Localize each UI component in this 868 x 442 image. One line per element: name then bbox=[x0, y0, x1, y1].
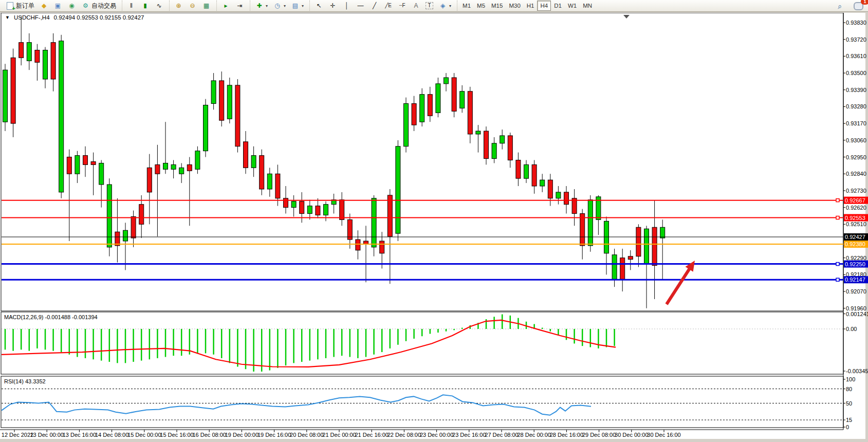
indicators-button[interactable]: ✚▾ bbox=[252, 0, 270, 11]
metaeditor-icon: ◆ bbox=[40, 2, 48, 10]
bar-chart-button[interactable]: ‖ bbox=[124, 0, 138, 11]
auto-scroll-icon: ▸ bbox=[221, 2, 230, 10]
autotrading-button[interactable]: ⚙ 自动交易 bbox=[79, 0, 119, 11]
auto-scroll-button[interactable]: ▸ bbox=[219, 0, 233, 11]
svg-text:80: 80 bbox=[846, 386, 852, 392]
chevron-down-icon: ▾ bbox=[449, 4, 451, 8]
time-tick: 21 Dec 16:00 bbox=[355, 432, 388, 438]
chevron-down-icon: ▾ bbox=[302, 4, 304, 8]
market-watch-button[interactable]: ◉ bbox=[65, 0, 79, 11]
line-chart-button[interactable]: ∿ bbox=[152, 0, 166, 11]
templates-button[interactable]: ▤▾ bbox=[288, 0, 306, 11]
time-tick: 30 Dec 00:00 bbox=[615, 432, 648, 438]
price-tick: 0.93830 bbox=[846, 20, 866, 26]
time-tick: 22 Dec 08:00 bbox=[387, 432, 421, 438]
time-tick: 20 Dec 08:00 bbox=[290, 432, 323, 438]
svg-text:0.92147: 0.92147 bbox=[845, 277, 865, 283]
timeframe-H1[interactable]: H1 bbox=[524, 1, 538, 11]
zoom-in-icon: ⊕ bbox=[174, 2, 183, 10]
indicators-icon: ✚ bbox=[255, 2, 264, 10]
chevron-down-icon: ▾ bbox=[284, 4, 286, 8]
svg-text:0.92380: 0.92380 bbox=[845, 241, 865, 247]
new-order-icon: + bbox=[6, 2, 14, 10]
svg-text:0: 0 bbox=[846, 424, 849, 430]
price-tick: 0.93280 bbox=[846, 103, 866, 109]
price-tick: 0.92730 bbox=[846, 188, 866, 194]
trendline-icon: ╱ bbox=[370, 2, 379, 10]
svg-text:0.92667: 0.92667 bbox=[845, 197, 865, 204]
time-tick: 28 Dec 00:00 bbox=[517, 432, 550, 438]
bar-chart-icon: ‖ bbox=[127, 2, 136, 10]
time-tick: 12 Dec 2022 bbox=[2, 432, 33, 438]
price-tick: 0.93610 bbox=[846, 53, 866, 59]
cursor-button[interactable]: ↖ bbox=[312, 0, 326, 11]
timeframe-H4[interactable]: H4 bbox=[537, 1, 551, 11]
chart-window[interactable]: 0.938300.937200.936100.935000.933900.932… bbox=[0, 13, 868, 442]
clock-icon: ◷ bbox=[273, 2, 282, 10]
timeframe-MN[interactable]: MN bbox=[580, 1, 595, 11]
terminal-button[interactable]: ▣ bbox=[51, 0, 65, 11]
price-tick: 0.93390 bbox=[846, 87, 866, 93]
zoom-out-button[interactable]: ⊖ bbox=[186, 0, 199, 11]
new-order-label: 新订单 bbox=[16, 2, 34, 10]
time-tick: 14 Dec 08:00 bbox=[95, 432, 128, 438]
timeframe-D1[interactable]: D1 bbox=[551, 1, 565, 11]
timeframe-M1[interactable]: M1 bbox=[459, 1, 474, 11]
vertical-line-icon: │ bbox=[342, 2, 351, 10]
zoom-in-button[interactable]: ⊕ bbox=[172, 0, 186, 11]
price-tick: 0.93500 bbox=[846, 70, 866, 76]
crosshair-button[interactable]: ✛ bbox=[326, 0, 340, 11]
price-tick: 0.92950 bbox=[846, 154, 866, 160]
candlestick-chart-button[interactable]: ▮ bbox=[138, 0, 152, 11]
zoom-out-icon: ⊖ bbox=[188, 2, 197, 10]
periods-button[interactable]: ◷▾ bbox=[270, 0, 288, 11]
macd-indicator-label: MACD(12,26,9) -0.001488 -0.001394 bbox=[4, 314, 98, 320]
notification-badge: 1 bbox=[861, 0, 868, 5]
trendline-button[interactable]: ╱ bbox=[367, 0, 381, 11]
chart-canvas[interactable]: 0.938300.937200.936100.935000.933900.932… bbox=[0, 13, 868, 442]
toolbar: + 新订单 ◆ ▣ ◉ ⚙ 自动交易 ‖ ▮ ∿ ⊕ ⊖ ▦ ▸ ⇥ ✚▾ ◷▾… bbox=[0, 0, 868, 12]
price-tick: 0.93060 bbox=[846, 137, 866, 143]
price-tick: 0.92840 bbox=[846, 171, 866, 177]
vertical-line-button[interactable]: │ bbox=[340, 0, 354, 11]
fibonacci-button[interactable]: ╱E bbox=[381, 0, 395, 11]
timeframe-W1[interactable]: W1 bbox=[565, 1, 580, 11]
tile-windows-button[interactable]: ▦ bbox=[199, 0, 213, 11]
text-button[interactable]: A bbox=[409, 0, 423, 11]
arrows-button[interactable]: ◈▾ bbox=[436, 0, 454, 11]
horizontal-line-button[interactable]: — bbox=[354, 0, 367, 11]
price-tick: 0.92070 bbox=[846, 288, 866, 294]
time-tick: 19 Dec 00:00 bbox=[225, 432, 258, 438]
collapse-caret-icon[interactable]: ▼ bbox=[5, 15, 10, 20]
symbol-period: USDCHF-,H4 bbox=[14, 14, 50, 21]
chat-button[interactable]: 1 bbox=[851, 1, 866, 12]
svg-text:0.92427: 0.92427 bbox=[845, 234, 865, 240]
equidistant-channel-button[interactable]: ┄F bbox=[395, 0, 409, 11]
autotrading-icon: ⚙ bbox=[81, 2, 90, 10]
chevron-down-icon: ▾ bbox=[266, 4, 268, 8]
chart-title: ▼ USDCHF-,H4 0.92494 0.92553 0.92155 0.9… bbox=[5, 14, 144, 21]
svg-text:15: 15 bbox=[846, 417, 852, 423]
metaeditor-button[interactable]: ◆ bbox=[37, 0, 51, 11]
time-tick: 29 Dec 08:00 bbox=[582, 432, 616, 438]
new-order-button[interactable]: + 新订单 bbox=[3, 0, 37, 11]
grid-channel-icon: ┄F bbox=[398, 2, 407, 10]
text-label-button[interactable]: T bbox=[423, 0, 436, 11]
rsi-indicator-label: RSI(14) 43.3352 bbox=[4, 378, 46, 384]
search-button[interactable]: ⌕ bbox=[833, 1, 847, 12]
chart-shift-button[interactable]: ⇥ bbox=[233, 0, 247, 11]
cursor-icon: ↖ bbox=[315, 2, 323, 10]
chart-shift-icon: ⇥ bbox=[235, 2, 244, 10]
price-tick: 0.93170 bbox=[846, 120, 866, 126]
search-icon: ⌕ bbox=[836, 3, 844, 10]
timeframe-M15[interactable]: M15 bbox=[488, 1, 506, 11]
candlestick-icon: ▮ bbox=[141, 2, 150, 10]
time-tick: 15 Dec 00:00 bbox=[127, 432, 161, 438]
text-icon: A bbox=[412, 2, 420, 10]
signal-icon: ◉ bbox=[67, 2, 76, 10]
timeframe-M30[interactable]: M30 bbox=[506, 1, 523, 11]
timeframe-M5[interactable]: M5 bbox=[474, 1, 488, 11]
svg-text:0.001241: 0.001241 bbox=[846, 311, 868, 317]
timeframe-group: M1M5M15M30H1H4D1W1MN bbox=[457, 1, 597, 11]
price-tick: 0.92620 bbox=[846, 205, 866, 211]
